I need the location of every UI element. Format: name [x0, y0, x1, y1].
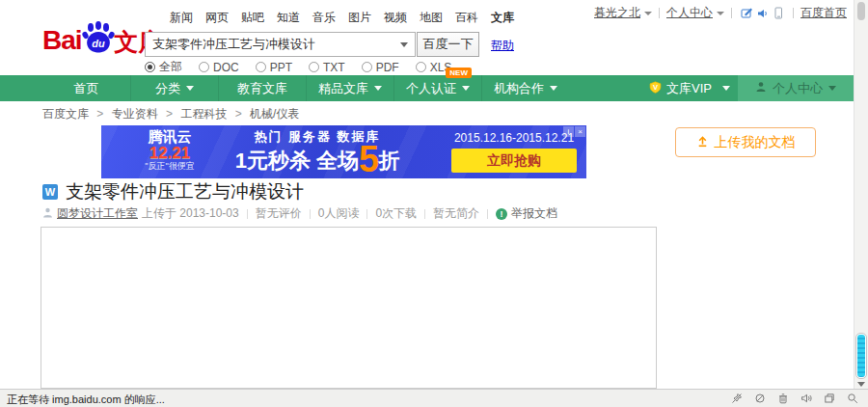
document-viewer [41, 227, 657, 389]
ad-brand-block: 腾讯云 12.21 "反正"很便宜 [119, 129, 221, 172]
personal-center-link[interactable]: 个人中心 [666, 5, 713, 21]
chevron-down-icon [644, 12, 652, 15]
main-nav: 首页 分类 教育文库 精品文库 NEW 个人认证 机构合作 V 文库VIP 个人… [0, 75, 868, 101]
filter-txt[interactable]: TXT [309, 59, 345, 75]
ad-close-icon[interactable]: × [575, 126, 585, 137]
divider [310, 209, 311, 219]
radio-icon[interactable] [256, 62, 266, 72]
nav-item-categories[interactable]: 分类 [130, 75, 218, 101]
compose-message-icon[interactable] [741, 7, 753, 19]
ad-date-range: 2015.12.16-2015.12.21 [451, 131, 577, 145]
nav-personal-center[interactable]: 个人中心 [738, 75, 854, 101]
scroll-progress-widget[interactable] [855, 333, 867, 379]
ad-info-icon[interactable]: i [563, 126, 574, 137]
ad-brand-date: 12.21 [119, 145, 221, 161]
user-area: 暮光之北 个人中心 百度首页 [594, 5, 847, 21]
new-badge: NEW [446, 68, 472, 78]
browser-scrollbar[interactable] [854, 0, 868, 389]
nav-item-edu-wenku[interactable]: 教育文库 [218, 75, 306, 101]
speaker-icon[interactable] [757, 8, 769, 19]
ad-brand-name: 腾讯云 [119, 129, 221, 145]
nav-item-home[interactable]: 首页 [42, 75, 130, 101]
word-doc-icon: W [42, 184, 58, 200]
baidu-paw-icon: du [81, 19, 116, 58]
ad-cta-button[interactable]: 立即抢购 [451, 149, 577, 173]
divider [793, 8, 794, 18]
radio-icon[interactable] [199, 62, 209, 72]
top-link-video[interactable]: 视频 [384, 10, 407, 26]
top-link-images[interactable]: 图片 [348, 10, 371, 26]
nav-item-personal-cert[interactable]: NEW 个人认证 [393, 75, 481, 101]
radio-icon[interactable] [309, 62, 319, 72]
status-bar-icons [731, 393, 858, 404]
summary-status: 暂无简介 [433, 205, 479, 222]
top-link-wenku[interactable]: 文库 [491, 10, 514, 26]
breadcrumb-wenku[interactable]: 百度文库 [42, 107, 89, 121]
top-link-zhidao[interactable]: 知道 [277, 10, 300, 26]
ad-discount-number: 5 [359, 139, 378, 178]
nav-item-org-cooperation[interactable]: 机构合作 [481, 75, 569, 101]
restore-window-icon[interactable] [824, 393, 835, 404]
scrollbar-down-arrow-icon[interactable] [857, 382, 865, 387]
divider [247, 209, 248, 219]
breadcrumb-professional[interactable]: 专业资料 [112, 107, 158, 121]
help-link[interactable]: 帮助 [491, 38, 514, 54]
top-link-tieba[interactable]: 贴吧 [241, 10, 264, 26]
chevron-down-icon [462, 86, 470, 91]
trash-icon[interactable] [777, 393, 789, 404]
document-meta: 圆梦设计工作室 上传于 2013-10-03 暂无评价 0人阅读 0次下载 暂无… [42, 205, 557, 222]
vip-shield-icon: V [649, 81, 662, 96]
breadcrumb: 百度文库 > 专业资料 > 工程科技 > 机械/仪表 [42, 106, 299, 122]
breadcrumb-engineering[interactable]: 工程科技 [180, 107, 227, 121]
tencent-cloud-ad-banner[interactable]: 腾讯云 12.21 "反正"很便宜 热门 服务器 数据库 1元秒杀 全场5折 2… [101, 125, 586, 178]
volume-icon[interactable] [800, 393, 812, 404]
username-link[interactable]: 暮光之北 [594, 5, 640, 21]
baidu-home-link[interactable]: 百度首页 [800, 5, 847, 21]
filter-doc[interactable]: DOC [199, 59, 239, 75]
top-link-news[interactable]: 新闻 [170, 10, 193, 26]
chevron-down-icon [717, 12, 724, 15]
radio-checked-icon[interactable] [145, 62, 155, 72]
history-disabled-icon[interactable] [754, 393, 766, 404]
filetype-filters: 全部 DOC PPT TXT PDF XLS [145, 59, 451, 75]
pin-disabled-icon[interactable] [731, 393, 743, 404]
filter-ppt[interactable]: PPT [256, 59, 292, 75]
breadcrumb-separator: > [235, 107, 242, 121]
chevron-down-icon [374, 86, 382, 91]
logo-text-bai: Bai [42, 23, 82, 58]
upload-date: 上传于 2013-10-03 [142, 205, 239, 222]
search-button[interactable]: 百度一下 [417, 32, 479, 57]
document-header: W 支架零件冲压工艺与冲模设计 [42, 179, 304, 204]
report-document-link[interactable]: 举报文档 [511, 205, 557, 222]
zoom-magnifier-icon[interactable] [847, 393, 858, 404]
uploader-link[interactable]: 圆梦设计工作室 [57, 205, 138, 222]
mobile-phone-icon[interactable] [773, 7, 784, 19]
top-link-web[interactable]: 网页 [205, 10, 229, 26]
search-history-dropdown-icon[interactable] [400, 42, 408, 47]
radio-icon[interactable] [416, 62, 426, 72]
breadcrumb-separator: > [166, 107, 173, 121]
divider [731, 8, 732, 18]
nav-item-premium-wenku[interactable]: 精品文库 [306, 75, 393, 101]
filter-pdf[interactable]: PDF [362, 59, 399, 75]
scroll-progress-bar [857, 335, 865, 377]
baidu-wenku-page: 新闻 网页 贴吧 知道 音乐 图片 视频 地图 百科 文库 暮光之北 个人中心 … [0, 0, 868, 407]
document-title: 支架零件冲压工艺与冲模设计 [66, 179, 304, 204]
wenku-vip-menu[interactable]: V 文库VIP [649, 75, 730, 101]
status-text: 正在等待 img.baidu.com 的响应... [7, 393, 165, 407]
report-icon: ! [496, 208, 507, 220]
top-link-baike[interactable]: 百科 [455, 10, 478, 26]
divider [366, 209, 367, 219]
radio-icon[interactable] [362, 62, 372, 72]
breadcrumb-machinery[interactable]: 机械/仪表 [250, 107, 299, 121]
top-link-music[interactable]: 音乐 [312, 10, 336, 26]
download-count: 0次下载 [375, 205, 417, 222]
upload-document-button[interactable]: 上传我的文档 [675, 127, 816, 157]
scrollbar-thumb[interactable] [857, 2, 865, 20]
filter-all[interactable]: 全部 [145, 59, 182, 75]
divider [487, 209, 488, 219]
search-input[interactable] [145, 32, 416, 57]
top-link-maps[interactable]: 地图 [420, 10, 443, 26]
chevron-down-icon [550, 86, 557, 91]
ad-main-copy: 热门 服务器 数据库 1元秒杀 全场5折 [223, 129, 412, 177]
